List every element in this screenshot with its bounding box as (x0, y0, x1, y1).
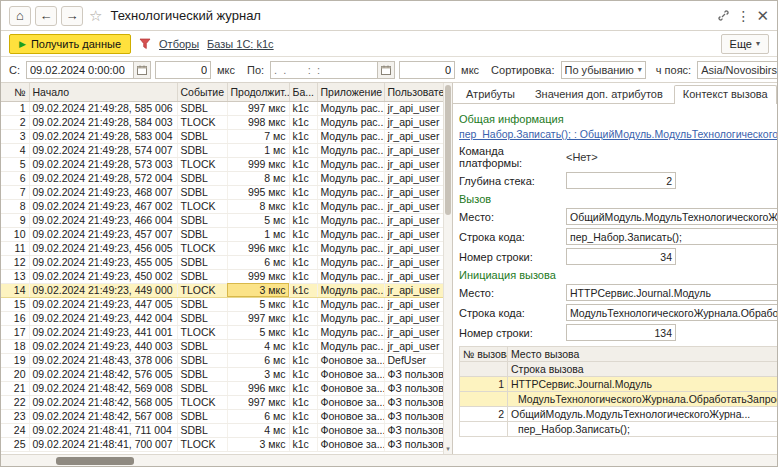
from-microseconds-input[interactable] (155, 61, 211, 79)
log-cell: SDBL (177, 255, 227, 269)
log-row[interactable]: 2309.02.2024 21:48:42, 567 008SDBL6 мсk1… (1, 409, 443, 423)
back-button[interactable]: ← (35, 6, 57, 26)
log-row[interactable]: 2409.02.2024 21:48:41, 711 004SDBL4 мсk1… (1, 423, 443, 437)
call-place-field[interactable]: ОбщийМодуль.МодульТехнологическогоЖурнал… (566, 208, 778, 225)
log-row[interactable]: 1609.02.2024 21:49:23, 442 004SDBL997 мк… (1, 311, 443, 325)
platform-command-label: Команда платформы: (459, 145, 563, 169)
log-row[interactable]: 1809.02.2024 21:49:23, 440 003SDBL4 мсk1… (1, 339, 443, 353)
log-column-header[interactable]: Событие (177, 83, 227, 101)
tab-3[interactable]: Контекст вызова (674, 85, 777, 104)
init-line-field[interactable]: 134 (566, 324, 676, 341)
to-date-input[interactable] (270, 61, 378, 79)
tab-1[interactable]: Атрибуты (457, 85, 524, 103)
log-cell: jr_api_user (384, 283, 443, 297)
call-line-field[interactable]: 34 (566, 248, 676, 265)
calls-code-row[interactable]: пер_Набор.Записать(); (460, 422, 778, 437)
calls-col-num[interactable]: № вызова (460, 347, 508, 362)
log-row[interactable]: 2009.02.2024 21:48:42, 576 005SDBL3 мсk1… (1, 367, 443, 381)
tab-2[interactable]: Значения доп. атрибутов (526, 85, 672, 103)
to-label: По: (247, 64, 264, 76)
log-row[interactable]: 1909.02.2024 21:48:43, 378 006SDBL6 мсk1… (1, 353, 443, 367)
from-date-input[interactable] (26, 61, 134, 79)
log-column-header[interactable]: Ба... (289, 83, 317, 101)
log-cell: 24 (1, 423, 29, 437)
chevron-down-icon: ▾ (638, 65, 642, 74)
calls-row[interactable]: 2ОбщийМодуль.МодульТехнологическогоЖурна… (460, 407, 778, 422)
init-code-field[interactable]: МодульТехнологическогоЖурнала.Обработать… (566, 304, 778, 321)
log-row[interactable]: 809.02.2024 21:49:23, 467 002TLOCK8 мксk… (1, 199, 443, 213)
log-row[interactable]: 1009.02.2024 21:49:23, 457 007SDBL1 мсk1… (1, 227, 443, 241)
log-row[interactable]: 1209.02.2024 21:49:23, 455 005SDBL6 мсk1… (1, 255, 443, 269)
to-microseconds-input[interactable] (399, 61, 455, 79)
line-number-label: Номер строки: (459, 251, 563, 263)
log-row[interactable]: 2509.02.2024 21:48:41, 700 007TLOCK3 мкс… (1, 437, 443, 451)
log-cell: 14 (1, 283, 29, 297)
log-row[interactable]: 2209.02.2024 21:48:42, 568 005TLOCK997 м… (1, 395, 443, 409)
init-place-field[interactable]: HTTPСервис.Journal.Модуль (566, 284, 778, 301)
log-cell: 6 мс (227, 409, 289, 423)
log-row[interactable]: 109.02.2024 21:49:28, 585 006SDBL997 мкс… (1, 101, 443, 115)
log-vertical-scrollbar[interactable]: ▾ (443, 83, 452, 454)
log-cell: Фоновое за... (317, 381, 384, 395)
calls-code-row[interactable]: МодульТехнологическогоЖурнала.Обработать… (460, 392, 778, 407)
calendar-icon[interactable] (134, 61, 151, 79)
sort-select[interactable]: По убыванию ▾ (561, 61, 646, 79)
scroll-down-icon[interactable]: ▾ (444, 444, 452, 454)
log-cell: 1 мс (227, 143, 289, 157)
calls-col-place[interactable]: Место вызова (508, 347, 778, 362)
log-horizontal-scrollbar[interactable] (1, 454, 777, 467)
log-row[interactable]: 509.02.2024 21:49:28, 573 003TLOCK999 мк… (1, 157, 443, 171)
log-row[interactable]: 909.02.2024 21:49:23, 466 004SDBL5 мсk1c… (1, 213, 443, 227)
get-data-button[interactable]: ▶ Получить данные (9, 34, 131, 54)
log-cell: SDBL (177, 367, 227, 381)
favorite-star-icon[interactable]: ☆ (89, 7, 102, 25)
filters-link[interactable]: Отборы (159, 38, 199, 50)
log-column-header[interactable]: Продолжит... (227, 83, 289, 101)
calls-col-code[interactable]: Строка вызова (508, 362, 778, 377)
log-cell: 999 мкс (227, 157, 289, 171)
more-button[interactable]: Еще ▾ (721, 34, 769, 54)
log-row[interactable]: 209.02.2024 21:49:28, 584 003TLOCK998 мк… (1, 115, 443, 129)
log-column-header[interactable]: Начало (29, 83, 177, 101)
calls-row[interactable]: 1HTTPСервис.Journal.Модуль134 (460, 377, 778, 392)
log-cell: SDBL (177, 297, 227, 311)
log-row[interactable]: 1409.02.2024 21:49:23, 449 000TLOCK3 мкс… (1, 283, 443, 297)
log-row[interactable]: 1709.02.2024 21:49:23, 441 001TLOCK5 мкс… (1, 325, 443, 339)
log-cell: ФЗ пользовател... (384, 409, 443, 423)
log-row[interactable]: 1309.02.2024 21:49:23, 450 002SDBL999 мк… (1, 269, 443, 283)
link-icon[interactable] (717, 9, 730, 22)
calendar-icon[interactable] (378, 61, 395, 79)
log-row[interactable]: 1509.02.2024 21:49:23, 447 005SDBL5 мксk… (1, 297, 443, 311)
log-cell: 23 (1, 409, 29, 423)
log-cell: Фоновое за... (317, 353, 384, 367)
log-column-header[interactable]: Пользователь (384, 83, 443, 101)
log-cell: 5 мс (227, 213, 289, 227)
log-column-header[interactable]: № (1, 83, 29, 101)
context-link[interactable]: пер_Набор.Записать(); : ОбщийМодуль.Моду… (459, 128, 778, 140)
log-row[interactable]: 309.02.2024 21:49:28, 583 004SDBL7 мсk1c… (1, 129, 443, 143)
log-row[interactable]: 609.02.2024 21:49:28, 572 004SDBL8 мсk1c… (1, 171, 443, 185)
filters-icon[interactable] (139, 38, 151, 50)
log-cell: TLOCK (177, 157, 227, 171)
log-cell: 09.02.2024 21:49:28, 574 007 (29, 143, 177, 157)
timezone-select[interactable]: Asia/Novosibirsk (+07:00) ▾ (697, 61, 778, 79)
bases-link[interactable]: Базы 1С: k1c (207, 38, 274, 50)
scrollbar-thumb[interactable] (56, 457, 134, 465)
call-code-field[interactable]: пер_Набор.Записать(); (566, 228, 778, 245)
log-cell: jr_api_user (384, 241, 443, 255)
log-column-header[interactable]: Приложение (317, 83, 384, 101)
log-row[interactable]: 2109.02.2024 21:48:42, 569 008SDBL996 мк… (1, 381, 443, 395)
log-row[interactable]: 409.02.2024 21:49:28, 574 007SDBL1 мсk1c… (1, 143, 443, 157)
home-button[interactable]: ⌂ (9, 6, 31, 26)
log-cell: k1c (289, 185, 317, 199)
scrollbar-thumb[interactable] (445, 85, 451, 215)
stack-depth-field[interactable]: 2 (566, 172, 676, 189)
log-cell: TLOCK (177, 395, 227, 409)
log-cell: jr_api_user (384, 227, 443, 241)
forward-button[interactable]: → (61, 6, 83, 26)
close-icon[interactable]: ✕ (756, 7, 769, 25)
kebab-menu-icon[interactable]: ⋮ (736, 8, 750, 24)
log-row[interactable]: 709.02.2024 21:49:23, 468 007SDBL995 мкс… (1, 185, 443, 199)
log-cell: Модуль рас... (317, 115, 384, 129)
log-row[interactable]: 1109.02.2024 21:49:23, 456 005TLOCK996 м… (1, 241, 443, 255)
